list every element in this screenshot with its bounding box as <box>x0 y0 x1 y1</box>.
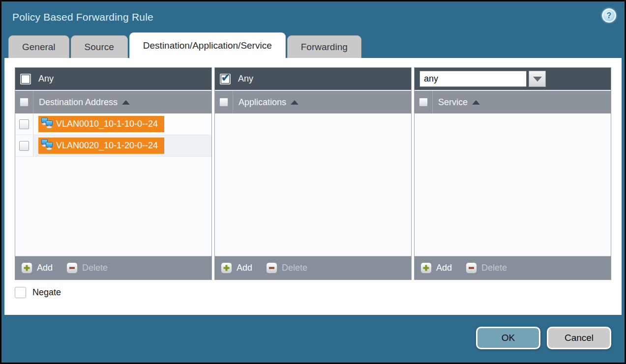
service-header[interactable]: Service <box>415 90 611 113</box>
destination-select-all-checkbox[interactable] <box>20 98 29 107</box>
add-button[interactable]: Add <box>21 262 53 274</box>
ok-button[interactable]: OK <box>476 327 540 349</box>
negate-label: Negate <box>32 287 61 298</box>
service-panel: any Service Add <box>414 67 611 280</box>
destination-any-label: Any <box>38 74 54 84</box>
destination-any-bar: Any <box>15 68 211 90</box>
delete-minus-icon <box>466 262 477 274</box>
sort-asc-icon <box>291 100 298 105</box>
applications-any-checkbox[interactable]: ✔ <box>220 74 231 84</box>
delete-button[interactable]: Delete <box>266 262 307 274</box>
applications-header-label: Applications <box>233 97 286 108</box>
chevron-down-icon <box>533 77 542 82</box>
sort-asc-icon <box>472 100 480 105</box>
negate-row: Negate <box>15 287 611 298</box>
destination-toolbar: Add Delete <box>15 256 211 280</box>
applications-any-label: Any <box>238 74 253 84</box>
tab-general[interactable]: General <box>8 35 69 58</box>
service-dropdown-value[interactable]: any <box>419 71 527 87</box>
row-checkbox[interactable] <box>19 119 29 129</box>
delete-minus-icon <box>66 262 78 274</box>
add-plus-icon <box>21 262 32 274</box>
negate-checkbox[interactable] <box>15 287 26 298</box>
policy-based-forwarding-dialog: Policy Based Forwarding Rule ? General S… <box>0 0 626 364</box>
sort-asc-icon <box>122 100 130 105</box>
destination-address-value: VLAN0010_10-1-10-0--24 <box>56 119 158 129</box>
service-select-all-checkbox[interactable] <box>419 98 428 107</box>
tab-destination-application-service[interactable]: Destination/Application/Service <box>129 32 286 58</box>
dropdown-arrow-button[interactable] <box>529 71 546 87</box>
row-checkbox[interactable] <box>19 141 29 151</box>
tab-source[interactable]: Source <box>71 35 128 58</box>
delete-button[interactable]: Delete <box>466 262 507 274</box>
help-icon[interactable]: ? <box>602 8 616 23</box>
destination-address-value: VLAN0020_10-1-20-0--24 <box>56 140 158 151</box>
destination-address-header[interactable]: Destination Address <box>15 90 211 113</box>
list-item[interactable]: VLAN0020_10-1-20-0--24 <box>38 138 164 154</box>
add-plus-icon <box>221 262 232 274</box>
service-toolbar: Add Delete <box>415 256 611 280</box>
applications-toolbar: Add Delete <box>215 256 411 280</box>
applications-panel: ✔ Any Applications Add <box>214 67 412 280</box>
applications-list <box>215 113 411 256</box>
title-bar: Policy Based Forwarding Rule ? <box>1 1 625 32</box>
dialog-footer: OK Cancel <box>1 315 625 361</box>
applications-header[interactable]: Applications <box>215 90 411 113</box>
destination-address-panel: Any Destination Address <box>15 67 212 280</box>
delete-button[interactable]: Delete <box>66 262 108 274</box>
add-button[interactable]: Add <box>420 262 452 274</box>
dialog-title: Policy Based Forwarding Rule <box>12 11 153 23</box>
cancel-button[interactable]: Cancel <box>547 327 611 349</box>
service-dropdown: any <box>419 71 546 87</box>
columns-container: Any Destination Address <box>15 67 611 280</box>
destination-address-list: VLAN0010_10-1-10-0--24 <box>15 113 211 256</box>
add-plus-icon <box>420 262 432 274</box>
network-address-icon <box>41 139 53 152</box>
tab-bar: General Source Destination/Application/S… <box>1 32 625 58</box>
table-row: VLAN0010_10-1-10-0--24 <box>15 113 211 135</box>
table-row: VLAN0020_10-1-20-0--24 <box>15 135 211 157</box>
applications-any-bar: ✔ Any <box>215 68 411 90</box>
list-item[interactable]: VLAN0010_10-1-10-0--24 <box>38 116 164 132</box>
service-list <box>415 113 611 256</box>
tab-forwarding[interactable]: Forwarding <box>287 35 361 58</box>
destination-header-label: Destination Address <box>33 97 118 108</box>
destination-any-checkbox[interactable] <box>20 74 31 84</box>
service-select-bar: any <box>415 68 611 90</box>
network-address-icon <box>41 117 53 131</box>
delete-minus-icon <box>266 262 277 274</box>
add-button[interactable]: Add <box>221 262 252 274</box>
tab-content: Any Destination Address <box>4 58 622 315</box>
service-header-label: Service <box>433 97 468 108</box>
applications-select-all-checkbox[interactable] <box>219 98 228 107</box>
